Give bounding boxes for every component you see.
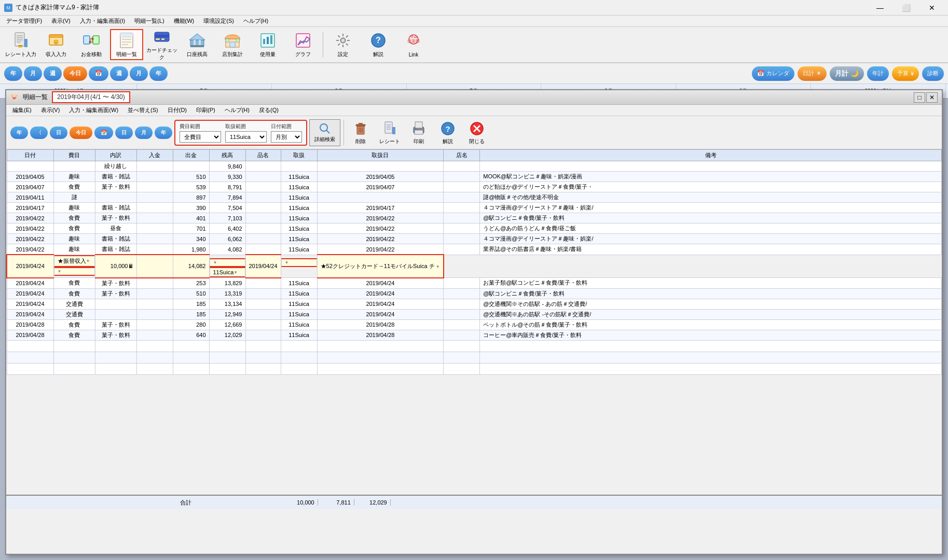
- td-expense[interactable]: [136, 255, 173, 278]
- table-row[interactable]: 2019/04/24交通費18512,94911Suica2019/04/24@…: [7, 309, 942, 319]
- td-breakdown[interactable]: ▼: [54, 267, 95, 276]
- sub-menu-sort[interactable]: 並べ替え(S): [123, 105, 162, 115]
- table-row[interactable]: 2019/04/24交通費18513,13411Suica2019/04/24@…: [7, 299, 942, 309]
- menu-view[interactable]: 表示(V): [47, 16, 75, 26]
- menu-func[interactable]: 機能(W): [170, 16, 199, 26]
- toolbar-store-button[interactable]: 店別集計: [216, 29, 249, 60]
- nav-cal-btn[interactable]: 📅: [89, 66, 108, 81]
- table-row[interactable]: 2019/04/24食費菓子・飲料25313,82911Suica2019/04…: [7, 278, 942, 289]
- sub-close-button[interactable]: 閉じる: [463, 118, 490, 147]
- table-row[interactable]: 2019/04/22食費菓子・飲料4017,10311Suica2019/04/…: [7, 213, 942, 223]
- sub-help-button[interactable]: ? 解説: [434, 118, 461, 147]
- nav-today-btn[interactable]: 今日: [63, 66, 87, 81]
- sub-nav-day2-btn[interactable]: 日: [115, 127, 133, 139]
- table-row[interactable]: 2019/04/07食費菓子・飲料5398,79111Suica2019/04/…: [7, 182, 942, 192]
- td-income[interactable]: 10,000🖩: [95, 255, 136, 278]
- table-row[interactable]: 2019/04/11謎8977,89411Suica謎@物販＃その他/使途不明金: [7, 192, 942, 203]
- menu-settings[interactable]: 環境設定(S): [199, 16, 238, 26]
- toolbar-card-button[interactable]: カードチェック: [145, 29, 178, 60]
- table-row[interactable]: 2019/04/24★振替収入 ▼ ▼10,000🖩14,082 ▼11Suic…: [7, 255, 942, 278]
- nav-year2-btn[interactable]: 年: [149, 66, 168, 81]
- sub-menu-back[interactable]: 戻る(Q): [255, 105, 283, 115]
- data-table-container[interactable]: 日付 費目 内訳 入金 出金 残高 品名 取扱 取扱日 店名 備考: [6, 149, 942, 495]
- toolbar-settings-button[interactable]: 設定: [326, 29, 360, 60]
- detail-search-button[interactable]: 詳細検索: [309, 119, 340, 146]
- sub-menu-help[interactable]: ヘルプ(H): [221, 105, 254, 115]
- toolbar-graph-button[interactable]: グラフ: [286, 29, 320, 60]
- td-date: 2019/04/05: [7, 172, 53, 182]
- filter-handling-select[interactable]: 11Suica: [225, 131, 267, 143]
- nav-bar: 年 月 週 今日 📅 週 月 年 📅 カレンダ 日計 ☀ 月計 🌙 年計 予算 …: [0, 63, 948, 84]
- toolbar-income-button[interactable]: ¥ 収入入力: [39, 29, 73, 60]
- toolbar-list-button[interactable]: 明細一覧: [110, 29, 143, 60]
- menu-help[interactable]: ヘルプ(H): [239, 16, 272, 26]
- table-row[interactable]: 2019/04/05趣味書籍・雑誌5109,33011Suica2019/04/…: [7, 172, 942, 182]
- table-row[interactable]: 2019/04/28食費菓子・飲料28012,66911Suica2019/04…: [7, 319, 942, 330]
- td-store[interactable]: ▼: [281, 258, 317, 267]
- td-handling-date[interactable]: 2019/04/24: [245, 255, 281, 278]
- sub-menu-view[interactable]: 表示(V): [37, 105, 64, 115]
- svg-text:?: ?: [445, 124, 450, 133]
- minimize-button[interactable]: —: [868, 0, 892, 16]
- sub-print-button[interactable]: 印刷: [405, 118, 432, 147]
- td-note[interactable]: ★52クレジットカード→11モバイルSuica チ ▼: [317, 255, 444, 278]
- sub-menu-print[interactable]: 印刷(P): [192, 105, 219, 115]
- sub-window-restore-btn[interactable]: □: [914, 92, 925, 103]
- sub-nav-today-btn[interactable]: 今日: [70, 127, 92, 139]
- nav-budget-btn[interactable]: 予算 ¥: [892, 66, 919, 81]
- maximize-button[interactable]: ⬜: [894, 0, 918, 16]
- menu-input[interactable]: 入力・編集画面(I): [76, 16, 129, 26]
- toolbar-bank-button[interactable]: 口座残高: [181, 29, 214, 60]
- sub-menu-date[interactable]: 日付(D): [163, 105, 191, 115]
- sub-receipt-button[interactable]: レシート: [376, 118, 403, 147]
- nav-year-btn[interactable]: 年: [4, 66, 22, 81]
- sub-nav-cal-btn[interactable]: 📅: [94, 127, 113, 139]
- td-breakdown: [95, 192, 136, 203]
- table-row[interactable]: 2019/04/28食費菓子・飲料64012,02911Suica2019/04…: [7, 330, 942, 340]
- td-income: [136, 192, 173, 203]
- nav-week-btn[interactable]: 週: [44, 66, 62, 81]
- table-row[interactable]: 繰り越し9,840: [7, 161, 942, 172]
- td-date[interactable]: 2019/04/24: [7, 255, 53, 278]
- table-row[interactable]: 2019/04/22趣味書籍・雑誌3406,06211Suica2019/04/…: [7, 234, 942, 244]
- toolbar-link-button[interactable]: マム 倶楽部 Link: [397, 29, 430, 60]
- td-handling-date: [317, 192, 444, 203]
- sub-menu-edit[interactable]: 編集(E): [8, 105, 36, 115]
- menu-list[interactable]: 明細一覧(L): [130, 16, 168, 26]
- nav-week2-btn[interactable]: 週: [110, 66, 128, 81]
- filter-category-select[interactable]: 全費目: [180, 131, 221, 143]
- td-balance[interactable]: 14,082: [173, 255, 209, 278]
- toolbar-receipt-button[interactable]: 💳 レシート入力: [4, 29, 37, 60]
- sub-window-close-btn[interactable]: ✕: [926, 92, 938, 103]
- toolbar-usage-button[interactable]: 使用量: [251, 29, 284, 60]
- table-row[interactable]: 2019/04/22食費昼食7016,40211Suica2019/04/22う…: [7, 223, 942, 234]
- td-handling: 11Suica: [281, 182, 317, 192]
- td-category[interactable]: ★振替収入 ▼: [54, 255, 95, 267]
- nav-month-btn[interactable]: 月: [24, 66, 42, 81]
- sub-delete-button[interactable]: 削除: [347, 118, 374, 147]
- close-button[interactable]: ✕: [920, 0, 944, 16]
- sub-menu-input[interactable]: 入力・編集画面(W): [65, 105, 122, 115]
- sub-nav-prev-btn[interactable]: 〈: [30, 127, 48, 139]
- sub-nav-year-btn[interactable]: 年: [10, 127, 28, 139]
- nav-diag-btn[interactable]: 診断: [922, 66, 944, 81]
- nav-day-btn[interactable]: 日計 ☀: [798, 66, 827, 81]
- toolbar-help-button[interactable]: ? 解説: [362, 29, 395, 60]
- nav-month-calc-btn[interactable]: 月計 🌙: [830, 66, 864, 81]
- menu-data[interactable]: データ管理(F): [2, 16, 46, 26]
- table-row[interactable]: 2019/04/24食費菓子・飲料51013,31911Suica2019/04…: [7, 288, 942, 299]
- nav-year-calc-btn[interactable]: 年計: [867, 66, 889, 81]
- nav-month2-btn[interactable]: 月: [130, 66, 148, 81]
- sub-nav-day-btn[interactable]: 日: [50, 127, 67, 139]
- td-handling[interactable]: 11Suica ▼: [210, 267, 245, 277]
- td-store: [444, 288, 480, 299]
- nav-calendar-btn[interactable]: 📅 カレンダ: [752, 66, 794, 81]
- sub-nav-year2-btn[interactable]: 年: [155, 127, 172, 139]
- sub-nav-month-btn[interactable]: 月: [135, 127, 153, 139]
- td-expense: 897: [173, 192, 209, 203]
- filter-date-select[interactable]: 月別: [271, 131, 302, 143]
- td-item[interactable]: ▼: [210, 258, 245, 267]
- table-row[interactable]: 2019/04/17趣味書籍・雑誌3907,50411Suica2019/04/…: [7, 203, 942, 213]
- toolbar-transfer-button[interactable]: お金移動: [75, 29, 108, 60]
- table-row[interactable]: 2019/04/22趣味書籍・雑誌1,9804,08211Suica2019/0…: [7, 244, 942, 255]
